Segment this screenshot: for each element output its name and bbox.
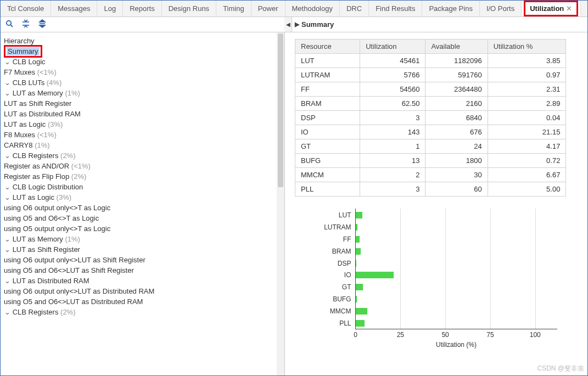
bottom-tabs: Tcl ConsoleMessagesLogReportsDesign Runs…	[1, 1, 587, 17]
svg-line-1	[10, 25, 13, 27]
chart-bar	[356, 308, 368, 315]
tree-item[interactable]: ⌄ CLB Logic	[4, 57, 284, 67]
y-tick-label: GT	[342, 283, 356, 291]
tab-tcl-console[interactable]: Tcl Console	[1, 1, 51, 16]
table-row: PLL3605.00	[295, 182, 566, 197]
y-tick-label: LUTRAM	[324, 223, 355, 231]
summary-title: Summary	[301, 20, 334, 29]
tree-item[interactable]: ⌄ LUT as Logic (3%)	[4, 192, 284, 203]
tree-hierarchy-header[interactable]: Hierarchy	[4, 36, 284, 46]
y-tick-label: MMCM	[330, 307, 356, 315]
expand-all-icon[interactable]	[38, 19, 47, 30]
chevron-down-icon[interactable]: ⌄	[4, 277, 10, 285]
table-row: BUFG1318000.72	[295, 154, 566, 168]
x-tick-label: 100	[530, 329, 541, 339]
tree-item[interactable]: using O6 output only<>LUT as Shift Regis…	[4, 255, 284, 265]
chevron-down-icon[interactable]: ⌄	[4, 151, 10, 160]
utilization-table: ResourceUtilizationAvailableUtilization …	[295, 39, 566, 197]
tree-item[interactable]: F8 Muxes (<1%)	[4, 130, 284, 140]
table-row: FF5456023644802.31	[295, 82, 566, 97]
tab-timing[interactable]: Timing	[216, 1, 251, 16]
chart-bar	[356, 320, 365, 327]
chart-bar	[356, 272, 394, 278]
table-row: MMCM2306.67	[295, 168, 566, 182]
chevron-down-icon[interactable]: ⌄	[4, 78, 10, 87]
tree-item[interactable]: ⌄ LUT as Shift Register	[4, 244, 284, 255]
chevron-down-icon[interactable]: ⌄	[4, 183, 10, 191]
x-tick-label: 25	[397, 329, 404, 339]
chevron-down-icon[interactable]: ⌄	[4, 193, 10, 201]
tree-summary-item[interactable]: Summary	[4, 46, 284, 57]
tab-methodology[interactable]: Methodology	[285, 1, 340, 16]
tab-reports[interactable]: Reports	[123, 1, 162, 16]
panel-collapse-icon[interactable]: ◀	[284, 17, 292, 32]
tab-package-pins[interactable]: Package Pins	[422, 1, 480, 16]
table-header: Resource	[295, 40, 360, 54]
tree-item[interactable]: using O5 output only<>T as Logic	[4, 223, 284, 234]
table-row: GT1244.17	[295, 139, 566, 154]
table-row: BRAM62.5021602.89	[295, 97, 566, 111]
tree-item[interactable]: ⌄ CLB Registers (2%)	[4, 150, 284, 161]
tree-item[interactable]: using O5 and O6<>T as Logic	[4, 213, 284, 223]
svg-marker-6	[40, 25, 45, 27]
tree-item[interactable]: Register as Flip Flop (2%)	[4, 171, 284, 182]
y-tick-label: FF	[343, 235, 356, 243]
x-tick-label: 75	[486, 329, 494, 339]
table-row: DSP368400.04	[295, 111, 566, 125]
chevron-down-icon[interactable]: ⌄	[4, 89, 10, 97]
tree-item[interactable]: using O6 output only<>T as Logic	[4, 203, 284, 213]
chevron-down-icon[interactable]: ⌄	[4, 58, 10, 66]
tree-item[interactable]: ⌄ LUT as Memory (1%)	[4, 234, 284, 244]
close-icon[interactable]: ✕	[566, 4, 572, 13]
right-panel: ◀ ▶ Summary ResourceUtilizationAvailable…	[285, 17, 587, 376]
x-tick-label: 0	[354, 329, 357, 339]
tree-item[interactable]: LUT as Shift Register	[4, 98, 284, 109]
chart-bar	[356, 248, 361, 255]
table-header: Utilization	[360, 40, 425, 54]
tab-log[interactable]: Log	[97, 1, 123, 16]
tab-messages[interactable]: Messages	[51, 1, 97, 16]
svg-marker-4	[40, 20, 45, 22]
tab-drc[interactable]: DRC	[340, 1, 369, 16]
tree-item[interactable]: using O6 output only<>LUT as Distributed…	[4, 286, 284, 296]
tree-scrollbar[interactable]	[277, 32, 284, 376]
table-header: Utilization %	[488, 40, 566, 54]
tree-item[interactable]: ⌄ CLB Registers (2%)	[4, 307, 284, 317]
tab-design-runs[interactable]: Design Runs	[162, 1, 216, 16]
table-header: Available	[425, 40, 488, 54]
tree-item[interactable]: ⌄ CLB Logic Distribution	[4, 182, 284, 192]
tree-item[interactable]: CARRY8 (1%)	[4, 140, 284, 150]
table-row: LUTRAM57665917600.97	[295, 68, 566, 82]
chart-bar	[356, 212, 363, 218]
search-icon[interactable]	[5, 19, 14, 30]
chart-bar	[356, 296, 357, 302]
tab-utilization[interactable]: Utilization✕	[522, 1, 581, 16]
tab-power[interactable]: Power	[251, 1, 285, 16]
left-panel: Hierarchy Summary ⌄ CLB LogicF7 Muxes (<…	[1, 17, 285, 376]
collapse-all-icon[interactable]	[21, 19, 30, 30]
chevron-down-icon[interactable]: ⌄	[4, 245, 10, 254]
tree-item[interactable]: ⌄ LUT as Memory (1%)	[4, 88, 284, 98]
watermark-text: CSDN @斐非韭	[537, 364, 584, 373]
caret-right-icon: ▶	[295, 21, 299, 28]
tree-toolbar	[1, 17, 284, 32]
tree-item[interactable]: LUT as Distributed RAM	[4, 109, 284, 119]
tree-item[interactable]: using O5 and O6<>LUT as Shift Register	[4, 265, 284, 276]
tab-i-o-ports[interactable]: I/O Ports	[480, 1, 522, 16]
tree-item[interactable]: ⌄ LUT as Distributed RAM	[4, 276, 284, 286]
tree-item[interactable]: F7 Muxes (<1%)	[4, 67, 284, 77]
chart-bar	[356, 224, 357, 231]
x-tick-label: 50	[441, 329, 449, 339]
tree-item[interactable]: LUT as Logic (3%)	[4, 119, 284, 130]
chart-bar	[356, 236, 360, 243]
y-tick-label: DSP	[338, 260, 356, 267]
tree-item[interactable]: Register as AND/OR (<1%)	[4, 161, 284, 171]
y-tick-label: IO	[344, 271, 356, 279]
chevron-down-icon[interactable]: ⌄	[4, 308, 10, 316]
chevron-down-icon[interactable]: ⌄	[4, 235, 10, 243]
tree-item[interactable]: using O5 and O6<>LUT as Distributed RAM	[4, 296, 284, 307]
tree-item[interactable]: ⌄ CLB LUTs (4%)	[4, 77, 284, 88]
y-tick-label: BRAM	[332, 248, 356, 255]
tree-scroll[interactable]: Hierarchy Summary ⌄ CLB LogicF7 Muxes (<…	[1, 32, 284, 376]
tab-find-results[interactable]: Find Results	[369, 1, 422, 16]
